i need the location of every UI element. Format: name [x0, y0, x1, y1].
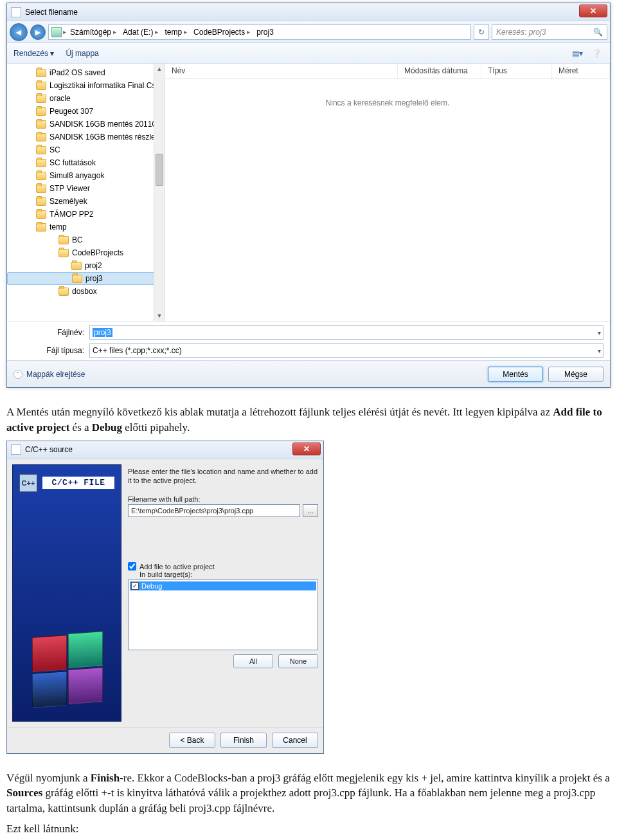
build-targets-label: In build target(s): — [139, 571, 318, 578]
tree-item[interactable]: SANDISK 16GB mentés 20110718 — [7, 118, 165, 131]
refresh-button[interactable]: ↻ — [474, 24, 489, 40]
filepath-input[interactable]: E:\temp\CodeBProjects\proj3\proj3.cpp — [128, 504, 300, 517]
breadcrumb-seg[interactable]: Adat (E:) ▸ — [120, 28, 161, 37]
wizard-footer: < Back Finish Cancel — [7, 727, 323, 753]
select-filename-dialog: Select filename ✕ ◄ ► ▸ Számítógép ▸ Ada… — [6, 3, 611, 388]
tree-item[interactable]: proj3 — [7, 272, 165, 285]
paragraph: A Mentés után megnyíló következő kis abl… — [6, 405, 611, 435]
tree-item[interactable]: STP Viewer — [7, 182, 165, 195]
browse-button[interactable]: ... — [303, 504, 318, 517]
search-input[interactable]: Keresés: proj3 🔍 — [492, 24, 607, 40]
build-targets-list[interactable]: ✓ Debug — [128, 580, 318, 650]
folder-icon — [58, 288, 69, 296]
filetype-select[interactable]: C++ files (*.cpp;*.cxx;*.cc) ▾ — [89, 343, 604, 358]
tree-item[interactable]: SC — [7, 143, 165, 156]
article-text: A Mentés után megnyíló következő kis abl… — [6, 405, 611, 435]
filename-input[interactable]: proj3 ▾ — [89, 325, 604, 340]
dialog-titlebar[interactable]: Select filename ✕ — [7, 3, 610, 21]
col-type[interactable]: Típus — [481, 64, 552, 78]
col-size[interactable]: Méret — [552, 64, 610, 78]
finish-button[interactable]: Finish — [220, 733, 267, 748]
save-button[interactable]: Mentés — [488, 367, 543, 382]
file-fields: Fájlnév: proj3 ▾ Fájl típusa: C++ files … — [7, 321, 610, 360]
tree-item[interactable]: proj2 — [7, 259, 165, 272]
breadcrumb-seg[interactable]: proj3 — [254, 28, 276, 37]
back-button[interactable]: < Back — [169, 733, 215, 748]
chevron-down-icon[interactable]: ▾ — [598, 329, 601, 336]
folder-icon — [36, 159, 46, 167]
checkbox-icon[interactable] — [128, 562, 136, 571]
cancel-button[interactable]: Mégse — [548, 367, 604, 382]
folder-icon — [36, 82, 46, 90]
paragraph: Ezt kell látnunk: — [6, 821, 611, 837]
tree-item[interactable]: Logisztikai informatika Final Csom — [7, 79, 165, 92]
tree-item[interactable]: SC futtatások — [7, 156, 165, 169]
tree-item-label: temp — [49, 223, 67, 232]
wizard-side-banner: C++ C/C++ FILE — [12, 464, 121, 722]
drive-icon — [51, 27, 62, 37]
scroll-down-icon[interactable]: ▼ — [154, 311, 165, 321]
checkbox-icon[interactable]: ✓ — [131, 582, 139, 590]
tree-item[interactable]: Simul8 anyagok — [7, 169, 165, 182]
breadcrumb-seg[interactable]: temp ▸ — [162, 28, 190, 37]
tree-item[interactable]: TÁMOP PP2 — [7, 208, 165, 221]
select-all-button[interactable]: All — [233, 654, 273, 668]
folder-icon — [36, 133, 46, 142]
new-folder-button[interactable]: Új mappa — [66, 49, 98, 58]
tree-item-label: SC futtatások — [49, 158, 96, 167]
app-icon — [11, 7, 21, 17]
scrollbar[interactable]: ▲ ▼ — [154, 64, 165, 321]
add-to-project-checkbox[interactable]: Add file to active project — [128, 562, 318, 571]
close-button[interactable]: ✕ — [292, 443, 321, 455]
tree-item-label: Személyek — [49, 197, 87, 206]
dialog-footer: ˄ Mappák elrejtése Mentés Mégse — [7, 360, 610, 387]
tree-item-label: Peugeot 307 — [49, 107, 93, 116]
folder-icon — [72, 275, 82, 283]
close-button[interactable]: ✕ — [579, 5, 607, 17]
dialog-title: Select filename — [25, 8, 78, 17]
nav-forward-button[interactable]: ► — [30, 24, 46, 40]
column-headers[interactable]: Név Módosítás dátuma Típus Méret — [165, 64, 610, 79]
breadcrumb-seg[interactable]: CodeBProjects ▸ — [191, 28, 253, 37]
tree-item-label: CodeBProjects — [72, 248, 123, 257]
chevron-up-icon: ˄ — [13, 370, 22, 379]
tree-item-label: SANDISK 16GB mentés 20110718 — [49, 120, 165, 129]
tree-item-label: Simul8 anyagok — [49, 171, 104, 180]
tree-item[interactable]: temp — [7, 221, 165, 233]
col-modified[interactable]: Módosítás dátuma — [398, 64, 481, 78]
help-button[interactable]: ❔ — [589, 46, 604, 60]
folder-icon — [36, 223, 46, 232]
tree-item[interactable]: Peugeot 307 — [7, 105, 165, 118]
toolbar: Rendezés ▾ Új mappa ▤▾ ❔ — [7, 43, 610, 64]
dialog-titlebar[interactable]: C/C++ source ✕ — [7, 441, 323, 459]
filename-label: Fájlnév: — [46, 328, 84, 337]
hide-folders-link[interactable]: ˄ Mappák elrejtése — [13, 370, 85, 379]
organize-menu[interactable]: Rendezés ▾ — [13, 49, 54, 58]
breadcrumb-seg[interactable]: Számítógép ▸ — [67, 28, 119, 37]
tree-item[interactable]: dosbox — [7, 285, 165, 298]
tree-item[interactable]: CodeBProjects — [7, 246, 165, 259]
view-options-button[interactable]: ▤▾ — [570, 46, 584, 60]
nav-back-button[interactable]: ◄ — [10, 23, 28, 41]
list-item[interactable]: ✓ Debug — [130, 581, 316, 590]
tree-item[interactable]: iPad2 OS saved — [7, 66, 165, 79]
cpp-source-wizard: C/C++ source ✕ C++ C/C++ FILE Please ent… — [6, 441, 324, 754]
tree-item[interactable]: SANDISK 16GB mentés részleges 20 — [7, 131, 165, 143]
tree-item[interactable]: oracle — [7, 92, 165, 105]
folder-tree[interactable]: iPad2 OS savedLogisztikai informatika Fi… — [7, 64, 165, 321]
folder-icon — [58, 236, 69, 244]
scroll-thumb[interactable] — [156, 154, 163, 186]
folder-icon — [36, 95, 46, 103]
scroll-up-icon[interactable]: ▲ — [154, 64, 165, 74]
article-text: Végül nyomjunk a Finish-re. Ekkor a Code… — [6, 771, 611, 837]
intro-text: Please enter the file's location and nam… — [128, 467, 318, 486]
tree-item[interactable]: Személyek — [7, 195, 165, 208]
col-name[interactable]: Név — [165, 64, 398, 78]
cpp-file-icon: C++ — [19, 474, 37, 492]
cancel-button[interactable]: Cancel — [272, 733, 318, 748]
breadcrumb[interactable]: ▸ Számítógép ▸ Adat (E:) ▸ temp ▸ CodeBP… — [48, 24, 471, 40]
folder-icon — [36, 197, 46, 206]
chevron-down-icon[interactable]: ▾ — [598, 347, 601, 354]
select-none-button[interactable]: None — [278, 654, 318, 668]
tree-item[interactable]: BC — [7, 233, 165, 246]
